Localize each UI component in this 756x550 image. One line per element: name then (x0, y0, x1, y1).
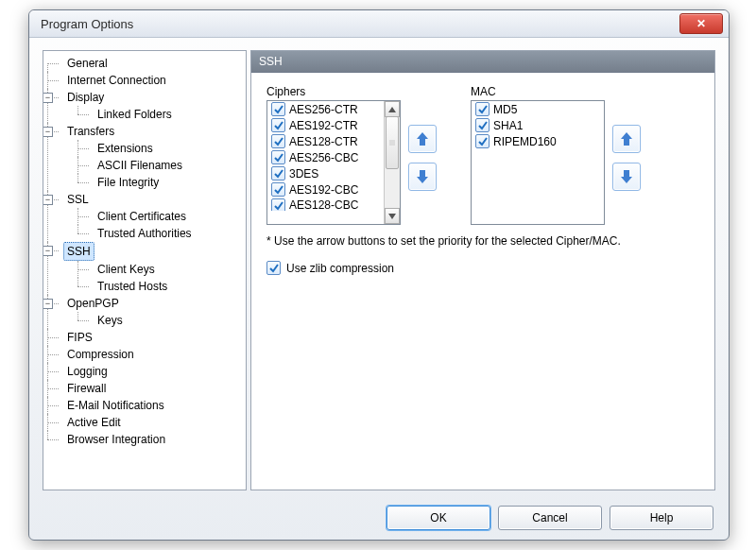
list-item[interactable]: MD5 (472, 101, 604, 117)
checkbox[interactable] (475, 102, 490, 116)
tree-item-firewall[interactable]: Firewall (47, 380, 244, 397)
tree-item-display[interactable]: − Display Linked Folders (47, 89, 244, 123)
tree-item-browser-integration[interactable]: Browser Integration (47, 431, 244, 448)
list-item[interactable]: AES256-CBC (267, 149, 385, 165)
help-button[interactable]: Help (610, 506, 713, 530)
tree-item-compression[interactable]: Compression (47, 346, 244, 363)
mac-priority-up-button[interactable] (612, 125, 641, 153)
scroll-up-icon[interactable] (385, 101, 400, 117)
checkbox[interactable] (271, 166, 285, 180)
tree-item-file-integrity[interactable]: File Integrity (77, 174, 244, 191)
collapse-icon[interactable]: − (43, 127, 53, 137)
svg-marker-4 (621, 132, 632, 146)
collapse-icon[interactable]: − (43, 93, 53, 103)
tree-item-trusted-hosts[interactable]: Trusted Hosts (77, 278, 244, 295)
program-options-dialog: Program Options ✕ General Internet Conne… (28, 9, 730, 541)
checkbox[interactable] (271, 150, 285, 164)
mac-label: MAC (471, 85, 641, 98)
check-icon (274, 105, 284, 114)
list-item[interactable]: AES192-CBC (267, 181, 385, 198)
collapse-icon[interactable]: − (43, 299, 53, 309)
svg-marker-1 (388, 214, 396, 219)
dialog-body: General Internet Connection − Display Li… (37, 44, 721, 496)
list-item-label: AES256-CBC (289, 151, 358, 164)
cipher-priority-up-button[interactable] (408, 125, 437, 153)
ciphers-group: Ciphers AES256-CTRAES192-CTRAES128-CTRAE… (266, 85, 437, 225)
svg-marker-5 (621, 170, 632, 183)
checkbox[interactable] (271, 102, 285, 116)
arrow-up-icon (620, 131, 633, 146)
checkbox[interactable] (271, 198, 285, 211)
tree-item-transfers[interactable]: − Transfers Extensions ASCII Filenames F… (47, 123, 244, 191)
collapse-icon[interactable]: − (43, 246, 53, 256)
check-icon (274, 185, 284, 195)
list-item[interactable]: AES256-CTR (267, 101, 385, 117)
tree-item-keys[interactable]: Keys (77, 312, 244, 329)
tree-item-fips[interactable]: FIPS (47, 329, 244, 346)
check-icon (274, 121, 284, 130)
list-item[interactable]: RIPEMD160 (472, 133, 604, 149)
checkbox[interactable] (475, 134, 490, 148)
close-icon: ✕ (696, 17, 706, 30)
mac-priority-down-button[interactable] (612, 163, 641, 191)
list-item[interactable]: SHA1 (472, 117, 604, 133)
list-item-label: RIPEMD160 (493, 135, 557, 148)
tree-item-general[interactable]: General (47, 55, 244, 72)
priority-hint: * Use the arrow buttons to set the prior… (266, 234, 699, 248)
list-item-label: MD5 (493, 103, 517, 116)
check-icon (274, 169, 284, 179)
list-item[interactable]: AES128-CBC (267, 198, 385, 211)
check-icon (478, 105, 488, 114)
options-tree[interactable]: General Internet Connection − Display Li… (43, 50, 247, 490)
tree-item-internet-connection[interactable]: Internet Connection (47, 72, 244, 89)
checkbox[interactable] (475, 118, 490, 132)
list-item-label: AES192-CBC (289, 183, 358, 197)
checkbox[interactable] (271, 182, 285, 197)
checkbox[interactable] (271, 134, 285, 148)
scroll-thumb[interactable] (386, 116, 399, 169)
check-icon (478, 137, 488, 146)
collapse-icon[interactable]: − (43, 195, 53, 205)
titlebar: Program Options ✕ (29, 10, 729, 38)
close-button[interactable]: ✕ (679, 13, 723, 34)
cancel-button[interactable]: Cancel (498, 506, 602, 530)
dialog-footer: OK Cancel Help (29, 496, 729, 540)
tree-item-openpgp[interactable]: − OpenPGP Keys (47, 295, 244, 329)
list-item[interactable]: AES192-CTR (267, 117, 385, 133)
tree-item-client-certificates[interactable]: Client Certificates (77, 208, 244, 225)
zlib-checkbox[interactable] (266, 261, 281, 275)
list-item-label: SHA1 (493, 119, 523, 132)
list-item-label: 3DES (289, 167, 318, 180)
checkbox[interactable] (271, 118, 285, 132)
tree-item-linked-folders[interactable]: Linked Folders (77, 106, 244, 123)
arrow-down-icon (620, 169, 633, 184)
tree-item-extensions[interactable]: Extensions (77, 140, 244, 157)
ciphers-scrollbar[interactable] (384, 101, 400, 224)
tree-item-active-edit[interactable]: Active Edit (47, 414, 244, 431)
cipher-priority-down-button[interactable] (408, 163, 437, 191)
check-icon (274, 153, 284, 163)
scroll-down-icon[interactable] (385, 208, 400, 224)
svg-marker-3 (417, 170, 428, 183)
arrow-up-icon (416, 131, 429, 146)
svg-marker-0 (388, 107, 396, 112)
ok-button[interactable]: OK (387, 506, 490, 530)
svg-marker-2 (417, 132, 428, 146)
mac-listbox[interactable]: MD5SHA1RIPEMD160 (471, 100, 605, 225)
list-item[interactable]: AES128-CTR (267, 133, 385, 149)
tree-item-client-keys[interactable]: Client Keys (77, 261, 244, 278)
check-icon (274, 201, 284, 211)
ciphers-label: Ciphers (266, 85, 437, 98)
tree-item-ssh[interactable]: − SSH Client Keys Trusted Hosts (47, 242, 244, 295)
tree-item-ssl[interactable]: − SSL Client Certificates Trusted Author… (47, 191, 244, 242)
check-icon (478, 121, 488, 130)
list-item[interactable]: 3DES (267, 165, 385, 181)
tree-item-trusted-authorities[interactable]: Trusted Authorities (77, 225, 244, 242)
tree-item-email-notifications[interactable]: E-Mail Notifications (47, 397, 244, 414)
tree-item-logging[interactable]: Logging (47, 363, 244, 380)
tree-item-ascii-filenames[interactable]: ASCII Filenames (77, 157, 244, 174)
list-item-label: AES192-CTR (289, 119, 358, 132)
list-item-label: AES128-CTR (289, 135, 358, 148)
ciphers-listbox[interactable]: AES256-CTRAES192-CTRAES128-CTRAES256-CBC… (266, 100, 401, 225)
list-item-label: AES128-CBC (289, 198, 358, 211)
